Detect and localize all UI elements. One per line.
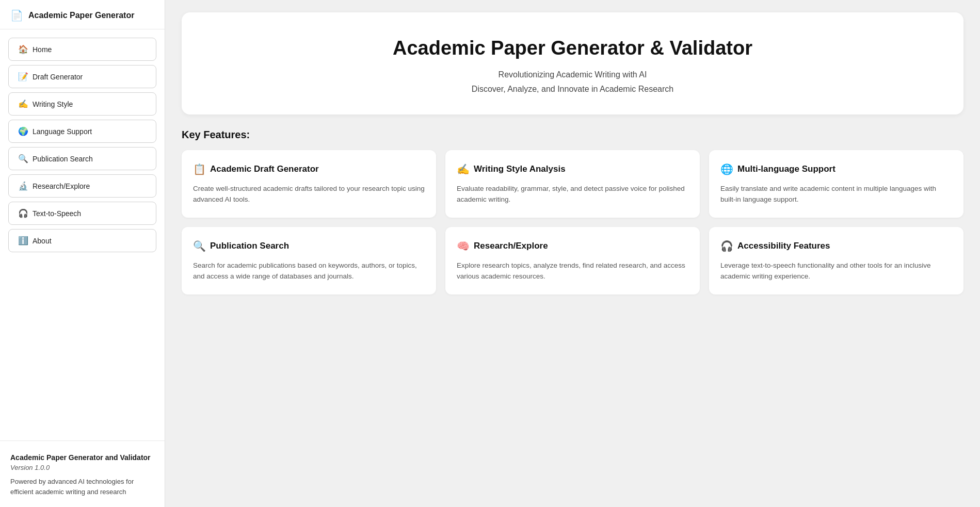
draft-generator-label: Draft Generator bbox=[33, 73, 83, 81]
feature-card-publication-search-feature: 🔍Publication SearchSearch for academic p… bbox=[182, 227, 436, 295]
feature-card-writing-style-analysis: ✍️Writing Style AnalysisEvaluate readabi… bbox=[445, 150, 700, 218]
feature-desc-multi-language: Easily translate and write academic cont… bbox=[720, 183, 952, 205]
features-grid: 📋Academic Draft GeneratorCreate well-str… bbox=[182, 150, 963, 295]
sidebar-item-publication-search[interactable]: 🔍Publication Search bbox=[8, 147, 156, 170]
feature-card-academic-draft: 📋Academic Draft GeneratorCreate well-str… bbox=[182, 150, 436, 218]
feature-title-multi-language: 🌐Multi-language Support bbox=[720, 162, 952, 176]
feature-title-accessibility-features: 🎧Accessibility Features bbox=[720, 239, 952, 253]
sidebar-item-about[interactable]: ℹ️About bbox=[8, 229, 156, 252]
research-explore-label: Research/Explore bbox=[33, 182, 90, 190]
feature-title-academic-draft: 📋Academic Draft Generator bbox=[193, 162, 425, 176]
sidebar: 📄 Academic Paper Generator 🏠Home📝Draft G… bbox=[0, 0, 165, 507]
feature-icon-writing-style-analysis: ✍️ bbox=[457, 162, 470, 176]
feature-icon-research-explore-feature: 🧠 bbox=[457, 239, 470, 253]
sidebar-header: 📄 Academic Paper Generator bbox=[0, 0, 165, 29]
language-support-icon: 🌍 bbox=[18, 126, 28, 136]
feature-card-accessibility-features: 🎧Accessibility FeaturesLeverage text-to-… bbox=[709, 227, 963, 295]
feature-desc-research-explore-feature: Explore research topics, analyze trends,… bbox=[457, 260, 688, 282]
feature-desc-academic-draft: Create well-structured academic drafts t… bbox=[193, 183, 425, 205]
language-support-label: Language Support bbox=[33, 127, 92, 136]
sidebar-item-text-to-speech[interactable]: 🎧Text-to-Speech bbox=[8, 202, 156, 225]
research-explore-icon: 🔬 bbox=[18, 181, 28, 191]
home-icon: 🏠 bbox=[18, 44, 28, 54]
sidebar-footer: Academic Paper Generator and Validator V… bbox=[0, 440, 165, 507]
draft-generator-icon: 📝 bbox=[18, 72, 28, 81]
feature-card-research-explore-feature: 🧠Research/ExploreExplore research topics… bbox=[445, 227, 700, 295]
footer-version: Version 1.0.0 bbox=[10, 464, 154, 471]
features-label: Key Features: bbox=[182, 129, 963, 141]
sidebar-item-home[interactable]: 🏠Home bbox=[8, 38, 156, 61]
feature-title-publication-search-feature: 🔍Publication Search bbox=[193, 239, 425, 253]
feature-desc-publication-search-feature: Search for academic publications based o… bbox=[193, 260, 425, 282]
text-to-speech-label: Text-to-Speech bbox=[33, 209, 81, 218]
feature-icon-publication-search-feature: 🔍 bbox=[193, 239, 206, 253]
feature-title-writing-style-analysis: ✍️Writing Style Analysis bbox=[457, 162, 688, 176]
home-label: Home bbox=[33, 45, 52, 54]
publication-search-label: Publication Search bbox=[33, 155, 93, 163]
main-content: Academic Paper Generator & Validator Rev… bbox=[165, 0, 980, 507]
feature-icon-academic-draft: 📋 bbox=[193, 162, 206, 176]
publication-search-icon: 🔍 bbox=[18, 154, 28, 163]
about-icon: ℹ️ bbox=[18, 236, 28, 246]
feature-desc-writing-style-analysis: Evaluate readability, grammar, style, an… bbox=[457, 183, 688, 205]
app-title: Academic Paper Generator bbox=[28, 10, 134, 21]
writing-style-label: Writing Style bbox=[33, 100, 73, 108]
text-to-speech-icon: 🎧 bbox=[18, 208, 28, 218]
sidebar-item-writing-style[interactable]: ✍️Writing Style bbox=[8, 92, 156, 116]
feature-icon-multi-language: 🌐 bbox=[720, 162, 733, 176]
app-icon: 📄 bbox=[10, 9, 23, 22]
feature-title-research-explore-feature: 🧠Research/Explore bbox=[457, 239, 688, 253]
feature-card-multi-language: 🌐Multi-language SupportEasily translate … bbox=[709, 150, 963, 218]
footer-app-name: Academic Paper Generator and Validator bbox=[10, 453, 154, 462]
about-label: About bbox=[33, 237, 52, 245]
hero-subtitle2: Discover, Analyze, and Innovate in Acade… bbox=[202, 85, 943, 94]
sidebar-nav: 🏠Home📝Draft Generator✍️Writing Style🌍Lan… bbox=[0, 29, 165, 252]
feature-icon-accessibility-features: 🎧 bbox=[720, 239, 733, 253]
hero-title: Academic Paper Generator & Validator bbox=[202, 37, 943, 60]
feature-desc-accessibility-features: Leverage text-to-speech functionality an… bbox=[720, 260, 952, 282]
sidebar-item-language-support[interactable]: 🌍Language Support bbox=[8, 120, 156, 143]
hero-card: Academic Paper Generator & Validator Rev… bbox=[182, 12, 963, 115]
sidebar-item-draft-generator[interactable]: 📝Draft Generator bbox=[8, 65, 156, 88]
hero-subtitle1: Revolutionizing Academic Writing with AI bbox=[202, 70, 943, 79]
sidebar-item-research-explore[interactable]: 🔬Research/Explore bbox=[8, 174, 156, 198]
writing-style-icon: ✍️ bbox=[18, 99, 28, 109]
footer-tagline: Powered by advanced AI technologies for … bbox=[10, 477, 154, 497]
